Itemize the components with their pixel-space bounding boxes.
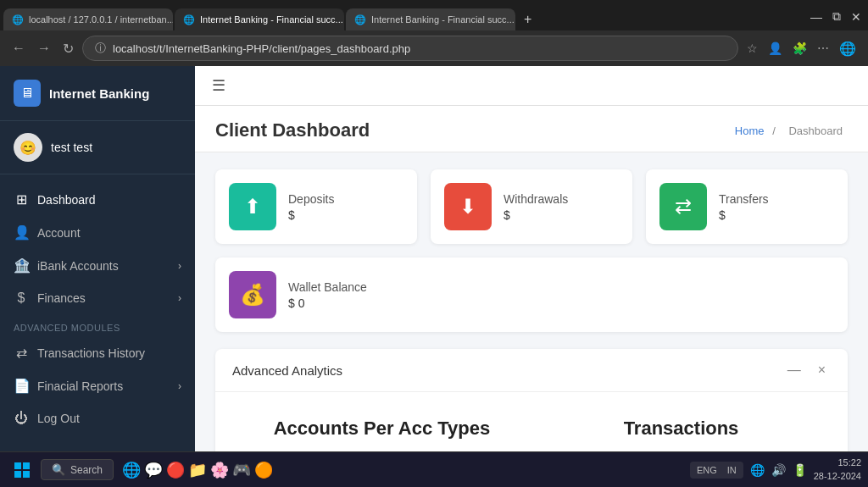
account-icon: 👤 — [14, 224, 29, 241]
main-content: ☰ Client Dashboard Home / Dashboard ⬆ De… — [195, 66, 868, 451]
cards-section: ⬆ Deposits $ ⬇ Withdrawals $ ⇄ Transfers… — [195, 152, 868, 349]
svg-rect-0 — [14, 462, 21, 469]
app3-taskbar-icon[interactable]: 🎮 — [232, 461, 251, 479]
app2-taskbar-icon[interactable]: 🌸 — [210, 461, 229, 479]
withdrawals-value: $ — [504, 208, 568, 222]
more-button[interactable]: ⋯ — [814, 37, 832, 60]
sidebar: 🖥 Internet Banking 😊 test test ⊞ Dashboa… — [0, 66, 195, 451]
language-indicator[interactable]: ENG IN — [690, 462, 743, 479]
sidebar-logo: 🖥 — [14, 80, 41, 107]
deposits-card: ⬆ Deposits $ — [215, 169, 417, 244]
sidebar-item-logout[interactable]: ⏻ Log Out — [0, 402, 195, 434]
search-icon: 🔍 — [52, 463, 65, 476]
withdrawals-icon: ⬇ — [444, 183, 492, 230]
sidebar-item-dashboard[interactable]: ⊞ Dashboard — [0, 183, 195, 216]
lang2-text: IN — [727, 465, 737, 475]
sidebar-item-finances[interactable]: $ Finances › — [0, 282, 195, 314]
accounts-chart-title: Accounts Per Acc Types — [249, 418, 515, 440]
sidebar-item-reports[interactable]: 📄 Finacial Reports › — [0, 369, 195, 402]
browser-tab-2[interactable]: 🌐 Internet Banking - Financial succ... ✕ — [175, 8, 344, 30]
sidebar-item-ibank[interactable]: 🏦 iBank Accounts › — [0, 249, 195, 282]
analytics-actions: — × — [782, 361, 831, 379]
profile-button[interactable]: 👤 — [765, 37, 786, 60]
browser-tab-3[interactable]: 🌐 Internet Banking - Financial succ... ✕ — [346, 8, 515, 30]
app4-taskbar-icon[interactable]: 🟠 — [254, 461, 273, 479]
reports-label: Finacial Reports — [37, 379, 123, 393]
tab3-icon: 🌐 — [354, 14, 366, 25]
minimize-window-button[interactable]: — — [807, 7, 826, 27]
extensions-button[interactable]: 🧩 — [789, 37, 810, 60]
sidebar-item-account[interactable]: 👤 Account — [0, 216, 195, 249]
svg-rect-1 — [23, 462, 30, 469]
lock-icon: ⓘ — [95, 41, 106, 56]
taskbar-pinned: 🌐 💬 🔴 📁 🌸 🎮 🟠 — [122, 461, 273, 479]
reports-icon: 📄 — [14, 378, 29, 394]
wallet-icon: 💰 — [229, 271, 276, 318]
network-icon[interactable]: 🌐 — [750, 463, 765, 477]
browser-chrome: 🌐 localhost / 127.0.0.1 / internetban...… — [0, 0, 868, 66]
finances-chevron-icon: › — [178, 292, 181, 304]
windows-icon — [14, 462, 31, 479]
page-header: Client Dashboard Home / Dashboard — [195, 106, 868, 152]
transactions-icon: ⇄ — [14, 345, 29, 361]
withdrawals-info: Withdrawals $ — [504, 192, 568, 222]
forward-button[interactable]: → — [34, 37, 54, 59]
whatsapp-taskbar-icon[interactable]: 💬 — [144, 461, 163, 479]
browser-tab-1[interactable]: 🌐 localhost / 127.0.0.1 / internetban...… — [3, 8, 173, 30]
bookmark-button[interactable]: ☆ — [743, 37, 761, 60]
sidebar-item-transactions[interactable]: ⇄ Transactions History — [0, 336, 195, 369]
deposits-value: $ — [288, 208, 334, 222]
avatar-icon: 😊 — [19, 140, 36, 156]
restore-window-button[interactable]: ⧉ — [829, 6, 844, 27]
transactions-chart-col: Transactions — [548, 418, 814, 440]
finances-icon: $ — [14, 291, 29, 306]
edge-taskbar-icon[interactable]: 🌐 — [122, 461, 141, 479]
logout-label: Log Out — [37, 412, 80, 425]
minimize-analytics-button[interactable]: — — [782, 361, 806, 379]
breadcrumb-current: Dashboard — [788, 125, 843, 137]
breadcrumb-home[interactable]: Home — [735, 125, 765, 137]
clock-date: 28-12-2024 — [814, 470, 861, 483]
deposits-info: Deposits $ — [288, 192, 334, 222]
tab2-title: Internet Banking - Financial succ... — [200, 14, 343, 25]
transfers-card: ⇄ Transfers $ — [646, 169, 848, 244]
breadcrumb: Home / Dashboard — [735, 125, 848, 137]
tab1-icon: 🌐 — [12, 14, 24, 25]
sidebar-user: 😊 test test — [0, 121, 195, 174]
refresh-button[interactable]: ↻ — [59, 37, 77, 60]
wallet-info: Wallet Balance $ 0 — [288, 280, 367, 310]
tab1-title: localhost / 127.0.0.1 / internetban... — [29, 14, 173, 25]
taskbar: 🔍 Search 🌐 💬 🔴 📁 🌸 🎮 🟠 ENG IN 🌐 🔊 🔋 15:2… — [0, 451, 868, 487]
lang-text: ENG — [697, 465, 717, 475]
close-analytics-button[interactable]: × — [813, 361, 831, 379]
edge-icon[interactable]: 🌐 — [836, 37, 860, 60]
battery-icon[interactable]: 🔋 — [793, 463, 807, 477]
account-label: Account — [37, 226, 81, 240]
new-tab-button[interactable]: + — [517, 8, 538, 30]
app-layout: 🖥 Internet Banking 😊 test test ⊞ Dashboa… — [0, 66, 868, 451]
start-button[interactable] — [7, 455, 37, 485]
finances-label: Finances — [37, 291, 86, 305]
files-taskbar-icon[interactable]: 📁 — [188, 461, 207, 479]
sidebar-title: Internet Banking — [49, 86, 149, 101]
system-clock[interactable]: 15:22 28-12-2024 — [814, 457, 861, 483]
volume-icon[interactable]: 🔊 — [771, 463, 786, 477]
app1-taskbar-icon[interactable]: 🔴 — [166, 461, 185, 479]
tab2-icon: 🌐 — [183, 14, 195, 25]
topbar: ☰ — [195, 66, 868, 106]
hamburger-button[interactable]: ☰ — [212, 76, 225, 95]
analytics-header: Advanced Analytics — × — [215, 349, 848, 392]
accounts-chart-col: Accounts Per Acc Types — [249, 418, 515, 440]
wallet-label: Wallet Balance — [288, 280, 367, 294]
svg-rect-3 — [23, 471, 30, 478]
back-button[interactable]: ← — [8, 37, 29, 59]
taskbar-search[interactable]: 🔍 Search — [41, 459, 114, 480]
dashboard-label: Dashboard — [37, 193, 96, 207]
close-window-button[interactable]: ✕ — [848, 7, 865, 27]
user-name: test test — [51, 141, 92, 154]
svg-rect-2 — [14, 471, 21, 478]
address-bar[interactable]: ⓘ localhost/t/InternetBanking-PHP/client… — [82, 36, 738, 61]
reports-chevron-icon: › — [178, 380, 181, 392]
withdrawals-label: Withdrawals — [504, 192, 568, 206]
transfers-info: Transfers $ — [719, 192, 769, 222]
